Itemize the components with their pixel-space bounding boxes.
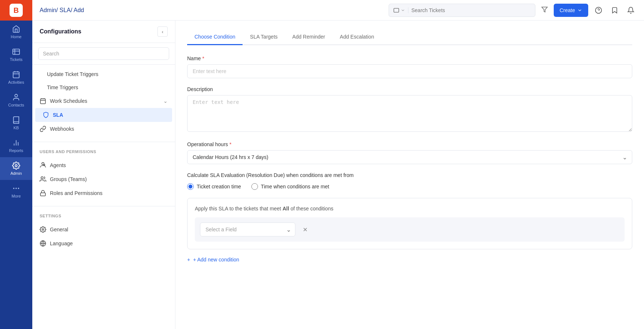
field-select-wrapper: Select a Field ⌄ bbox=[200, 223, 295, 236]
name-form-group: Name * bbox=[187, 55, 632, 78]
left-panel-search-input[interactable] bbox=[38, 47, 169, 60]
description-form-group: Description bbox=[187, 86, 632, 133]
sidebar-item-more[interactable]: More bbox=[0, 180, 32, 203]
sidebar-item-contacts[interactable]: Contacts bbox=[0, 89, 32, 112]
left-panel: Configurations ‹ Update Ticket Triggers … bbox=[32, 21, 175, 329]
sidebar-item-admin-label: Admin bbox=[10, 171, 22, 176]
radio-ticket-creation-input[interactable] bbox=[187, 183, 194, 190]
help-button[interactable] bbox=[593, 4, 604, 16]
sidebar-item-contacts-label: Contacts bbox=[8, 103, 24, 107]
notifications-button[interactable] bbox=[625, 4, 637, 16]
add-condition-plus-icon: + bbox=[187, 257, 190, 263]
sidebar-item-reports[interactable]: Reports bbox=[0, 134, 32, 157]
nav-item-work-schedules[interactable]: Work Schedules ⌄ bbox=[32, 94, 175, 108]
svg-rect-0 bbox=[13, 49, 19, 55]
svg-point-23 bbox=[42, 229, 44, 231]
svg-marker-14 bbox=[542, 7, 547, 12]
users-permissions-label: USERS AND PERMISSIONS bbox=[32, 145, 175, 155]
operational-hours-required-asterisk: * bbox=[229, 141, 231, 147]
nav-section-automation: Update Ticket Triggers Time Triggers Wor… bbox=[32, 65, 175, 139]
sla-calc-label: Calculate SLA Evaluation (Resolution Due… bbox=[187, 172, 632, 178]
nav-item-general[interactable]: General bbox=[32, 223, 175, 236]
settings-label: SETTINGS bbox=[32, 209, 175, 220]
nav-item-agents[interactable]: Agents bbox=[32, 158, 175, 172]
svg-point-21 bbox=[41, 177, 43, 179]
conditions-description: Apply this SLA to the tickets that meet … bbox=[195, 206, 625, 212]
right-content: Choose Condition SLA Targets Add Reminde… bbox=[175, 21, 644, 329]
nav-item-update-ticket-triggers[interactable]: Update Ticket Triggers bbox=[32, 68, 175, 81]
svg-point-9 bbox=[15, 164, 17, 167]
sidebar-item-more-label: More bbox=[11, 194, 21, 198]
tab-add-reminder[interactable]: Add Reminder bbox=[285, 29, 333, 45]
sla-calc-section: Calculate SLA Evaluation (Resolution Due… bbox=[187, 172, 632, 190]
name-required-asterisk: * bbox=[202, 55, 204, 61]
content-area: Configurations ‹ Update Ticket Triggers … bbox=[32, 21, 644, 329]
create-button[interactable]: Create bbox=[554, 4, 588, 17]
description-input[interactable] bbox=[187, 95, 632, 132]
operational-hours-select[interactable]: Calendar Hours (24 hrs x 7 days) bbox=[187, 150, 632, 164]
radio-ticket-creation-time[interactable]: Ticket creation time bbox=[187, 183, 241, 190]
operational-hours-select-wrapper: Calendar Hours (24 hrs x 7 days) ⌄ bbox=[187, 150, 632, 164]
left-panel-search-container bbox=[32, 43, 175, 65]
svg-point-10 bbox=[14, 188, 14, 189]
divider-1 bbox=[32, 142, 175, 142]
nav-item-language[interactable]: Language bbox=[32, 236, 175, 250]
search-type-selector[interactable] bbox=[393, 7, 408, 13]
logo-icon: B bbox=[10, 4, 23, 17]
tab-choose-condition[interactable]: Choose Condition bbox=[187, 29, 243, 45]
operational-hours-form-group: Operational hours * Calendar Hours (24 h… bbox=[187, 141, 632, 164]
bookmark-button[interactable] bbox=[609, 4, 621, 16]
nav-item-sla[interactable]: SLA bbox=[35, 108, 172, 122]
operational-hours-label: Operational hours * bbox=[187, 141, 632, 147]
tab-add-escalation[interactable]: Add Escalation bbox=[332, 29, 381, 45]
sidebar-item-home[interactable]: Home bbox=[0, 21, 32, 43]
divider-2 bbox=[32, 206, 175, 206]
sidebar: B Home Tickets Activities Contacts KB Re… bbox=[0, 0, 32, 329]
work-schedules-chevron: ⌄ bbox=[163, 98, 168, 104]
nav-item-groups[interactable]: Groups (Teams) bbox=[32, 172, 175, 186]
radio-conditions-met-input[interactable] bbox=[251, 183, 258, 190]
svg-point-5 bbox=[15, 94, 17, 97]
svg-rect-1 bbox=[13, 72, 19, 78]
svg-rect-13 bbox=[394, 8, 399, 12]
left-panel-title: Configurations bbox=[40, 28, 81, 35]
condition-row: Select a Field ⌄ ✕ bbox=[195, 217, 625, 242]
add-condition-button[interactable]: + + Add new condition bbox=[187, 255, 239, 264]
sidebar-item-kb[interactable]: KB bbox=[0, 112, 32, 134]
nav-section-settings: General Language bbox=[32, 220, 175, 253]
sidebar-item-home-label: Home bbox=[11, 35, 21, 39]
sidebar-item-tickets-label: Tickets bbox=[10, 57, 22, 62]
conditions-box: Apply this SLA to the tickets that meet … bbox=[187, 198, 632, 249]
sidebar-item-activities[interactable]: Activities bbox=[0, 66, 32, 89]
sidebar-item-kb-label: KB bbox=[14, 126, 19, 130]
field-select[interactable]: Select a Field bbox=[200, 223, 295, 236]
search-input[interactable] bbox=[411, 7, 531, 13]
topbar-icons bbox=[593, 4, 637, 16]
filter-button[interactable] bbox=[540, 5, 549, 15]
svg-point-12 bbox=[18, 188, 19, 189]
search-bar bbox=[389, 4, 535, 17]
nav-item-webhooks[interactable]: Webhooks bbox=[32, 122, 175, 136]
nav-section-users-permissions: Agents Groups (Teams) Roles and Permissi… bbox=[32, 155, 175, 203]
name-input[interactable] bbox=[187, 64, 632, 78]
svg-rect-17 bbox=[40, 99, 46, 104]
svg-rect-22 bbox=[40, 193, 46, 196]
description-label: Description bbox=[187, 86, 632, 92]
sidebar-item-admin[interactable]: Admin bbox=[0, 157, 32, 180]
sidebar-item-activities-label: Activities bbox=[8, 80, 24, 84]
left-panel-header: Configurations ‹ bbox=[32, 21, 175, 43]
svg-point-11 bbox=[16, 188, 17, 189]
sidebar-item-tickets[interactable]: Tickets bbox=[0, 43, 32, 66]
nav-item-roles-permissions[interactable]: Roles and Permissions bbox=[32, 186, 175, 200]
main-area: Admin/ SLA/ Add Create bbox=[32, 0, 644, 329]
nav-item-time-triggers[interactable]: Time Triggers bbox=[32, 81, 175, 94]
topbar: Admin/ SLA/ Add Create bbox=[32, 0, 644, 21]
breadcrumb: Admin/ SLA/ Add bbox=[40, 7, 384, 14]
form-tabs: Choose Condition SLA Targets Add Reminde… bbox=[187, 29, 632, 45]
tab-sla-targets[interactable]: SLA Targets bbox=[243, 29, 285, 45]
remove-condition-button[interactable]: ✕ bbox=[300, 224, 310, 235]
radio-time-when-conditions[interactable]: Time when conditions are met bbox=[251, 183, 329, 190]
collapse-panel-button[interactable]: ‹ bbox=[157, 26, 168, 37]
radio-group: Ticket creation time Time when condition… bbox=[187, 183, 632, 190]
sidebar-item-reports-label: Reports bbox=[9, 148, 23, 153]
